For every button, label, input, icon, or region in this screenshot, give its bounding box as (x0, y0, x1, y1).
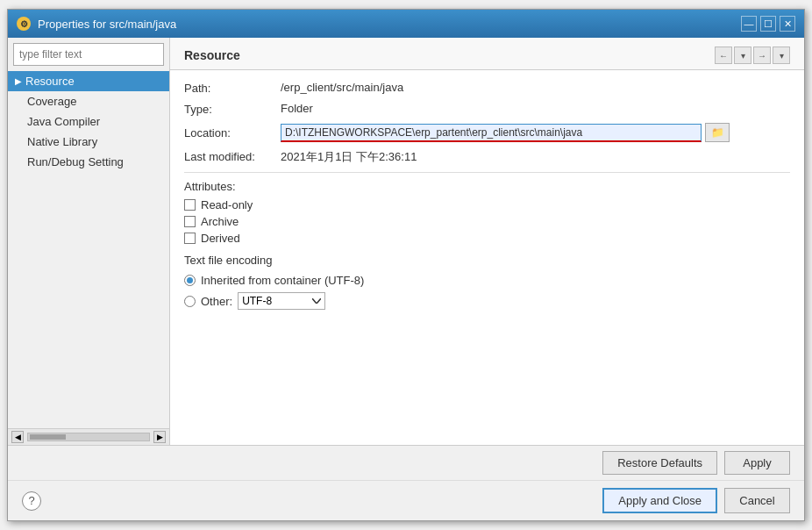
location-label: Location: (184, 126, 281, 140)
filter-input[interactable] (13, 43, 164, 66)
archive-checkbox[interactable] (184, 216, 196, 227)
bottom-actions-row: Restore Defaults Apply (8, 446, 804, 481)
other-radio[interactable] (184, 296, 196, 307)
maximize-button[interactable]: ☐ (760, 16, 776, 32)
last-modified-row: Last modified: 2021年1月1日 下午2:36:11 (184, 149, 790, 165)
sidebar-item-run-debug[interactable]: Run/Debug Setting (8, 152, 169, 172)
content-body: Path: /erp_client/src/main/java Type: Fo… (170, 70, 804, 445)
sidebar: ▶ Resource Coverage Java Compiler Native… (8, 38, 170, 445)
dialog-main: ▶ Resource Coverage Java Compiler Native… (8, 38, 804, 445)
type-row: Type: Folder (184, 102, 790, 116)
content-nav: ← ▾ → ▾ (715, 47, 790, 64)
bottom-buttons-right: Apply and Close Cancel (602, 488, 790, 513)
sidebar-item-java-compiler[interactable]: Java Compiler (8, 111, 169, 132)
archive-label: Archive (201, 215, 239, 228)
location-input[interactable] (281, 124, 702, 142)
restore-defaults-button[interactable]: Restore Defaults (602, 451, 717, 475)
path-row: Path: /erp_client/src/main/java (184, 81, 790, 95)
scrollbar-thumb (30, 434, 66, 440)
last-modified-label: Last modified: (184, 149, 281, 163)
cancel-button[interactable]: Cancel (724, 488, 790, 513)
path-value: /erp_client/src/main/java (281, 81, 403, 94)
readonly-checkbox-row: Read-only (184, 198, 790, 211)
readonly-label: Read-only (201, 198, 253, 211)
other-label: Other: (201, 295, 232, 308)
location-input-wrapper: 📁 (281, 123, 790, 142)
nav-forward-dropdown-button[interactable]: ▾ (773, 47, 790, 64)
sidebar-item-label: Java Compiler (27, 115, 100, 128)
inherited-radio-row: Inherited from container (UTF-8) (184, 274, 790, 287)
close-button[interactable]: ✕ (780, 16, 795, 32)
path-label: Path: (184, 81, 281, 95)
title-bar-controls: — ☐ ✕ (741, 16, 795, 32)
location-row: Location: 📁 (184, 123, 790, 142)
sidebar-item-resource[interactable]: ▶ Resource (8, 71, 169, 91)
attributes-label: Attributes: (184, 180, 790, 193)
sidebar-item-native-library[interactable]: Native Library (8, 132, 169, 152)
bottom-bar: Restore Defaults Apply ? Apply and Close… (8, 445, 804, 520)
nav-back-dropdown-button[interactable]: ▾ (734, 47, 751, 64)
sidebar-scroll-area: ◀ ▶ (8, 428, 169, 445)
nav-forward-button[interactable]: → (753, 47, 771, 64)
minimize-button[interactable]: — (741, 16, 757, 32)
sidebar-item-label: Run/Debug Setting (27, 155, 124, 168)
location-browse-button[interactable]: 📁 (705, 123, 730, 142)
sidebar-item-label: Coverage (27, 95, 76, 108)
encoding-select-row: UTF-8 UTF-16 ISO-8859-1 US-ASCII (238, 292, 325, 310)
encoding-title: Text file encoding (184, 254, 790, 267)
other-radio-row: Other: UTF-8 UTF-16 ISO-8859-1 US-ASCII (184, 292, 790, 310)
sidebar-tree: ▶ Resource Coverage Java Compiler Native… (8, 71, 169, 428)
archive-checkbox-row: Archive (184, 215, 790, 228)
settings-icon: ⚙ (17, 17, 31, 31)
scroll-left-button[interactable]: ◀ (11, 431, 24, 443)
sidebar-item-label: Resource (25, 75, 75, 88)
divider-1 (184, 172, 790, 173)
dialog-body: ▶ Resource Coverage Java Compiler Native… (8, 38, 804, 520)
inherited-radio[interactable] (184, 275, 196, 286)
dialog-title: Properties for src/main/java (38, 18, 176, 31)
inherited-label: Inherited from container (UTF-8) (201, 274, 364, 287)
expand-icon: ▶ (15, 76, 22, 86)
content-header: Resource ← ▾ → ▾ (170, 38, 804, 70)
title-bar-left: ⚙ Properties for src/main/java (17, 17, 176, 31)
content-title: Resource (184, 48, 240, 62)
encoding-select[interactable]: UTF-8 UTF-16 ISO-8859-1 US-ASCII (238, 292, 325, 310)
help-button[interactable]: ? (22, 491, 41, 511)
type-value: Folder (281, 102, 313, 115)
title-bar: ⚙ Properties for src/main/java — ☐ ✕ (8, 10, 804, 38)
apply-and-close-button[interactable]: Apply and Close (602, 488, 717, 513)
content-area: Resource ← ▾ → ▾ Path: /erp_client/src/m… (170, 38, 804, 445)
sidebar-item-coverage[interactable]: Coverage (8, 91, 169, 111)
scroll-right-button[interactable]: ▶ (153, 431, 166, 443)
derived-checkbox[interactable] (184, 233, 196, 244)
derived-label: Derived (201, 232, 240, 245)
last-modified-value: 2021年1月1日 下午2:36:11 (281, 149, 417, 165)
readonly-checkbox[interactable] (184, 199, 196, 211)
encoding-section: Text file encoding Inherited from contai… (184, 254, 790, 310)
type-label: Type: (184, 102, 281, 116)
sidebar-scrollbar[interactable] (27, 433, 150, 441)
apply-button[interactable]: Apply (724, 451, 790, 475)
bottom-buttons-row: ? Apply and Close Cancel (8, 481, 804, 520)
nav-back-button[interactable]: ← (715, 47, 732, 64)
properties-dialog: ⚙ Properties for src/main/java — ☐ ✕ ▶ R… (7, 9, 805, 521)
browse-icon: 📁 (711, 126, 724, 139)
derived-checkbox-row: Derived (184, 232, 790, 245)
sidebar-item-label: Native Library (27, 135, 97, 148)
